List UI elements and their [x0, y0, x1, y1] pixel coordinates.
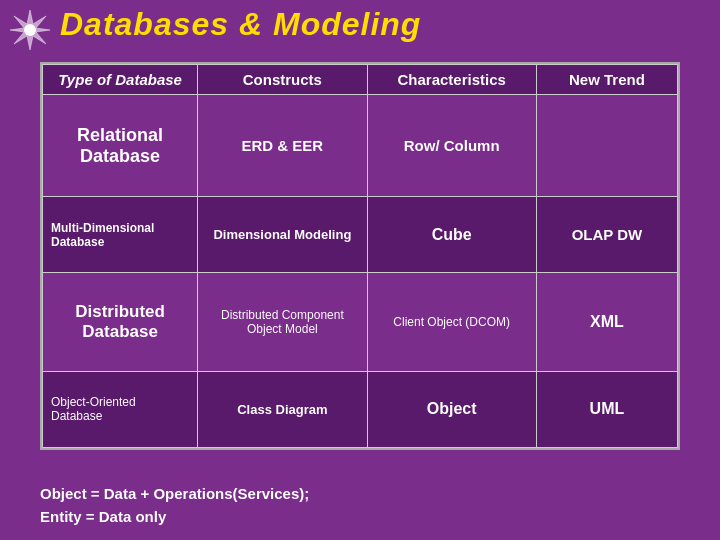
table-row: Distributed Database Distributed Compone… [43, 273, 678, 371]
distributed-trend: XML [536, 273, 677, 371]
star-decoration [8, 8, 52, 52]
multidim-type: Multi-Dimensional Database [43, 197, 198, 273]
header-row: Type of Database Constructs Characterist… [43, 65, 678, 95]
footer-line2: Entity = Data only [40, 506, 680, 529]
title-area: Databases & Modeling [60, 6, 710, 43]
svg-point-1 [24, 24, 36, 36]
page-title: Databases & Modeling [60, 6, 421, 42]
header-characteristics: Characteristics [367, 65, 536, 95]
multidim-characteristics: Cube [367, 197, 536, 273]
table-row: Relational Database ERD & EER Row/ Colum… [43, 95, 678, 197]
oo-characteristics: Object [367, 371, 536, 447]
main-table: Type of Database Constructs Characterist… [42, 64, 678, 448]
distributed-constructs: Distributed Component Object Model [198, 273, 367, 371]
header-trend: New Trend [536, 65, 677, 95]
distributed-type: Distributed Database [43, 273, 198, 371]
multidim-trend: OLAP DW [536, 197, 677, 273]
oo-type: Object-Oriented Database [43, 371, 198, 447]
header-type: Type of Database [43, 65, 198, 95]
relational-constructs: ERD & EER [198, 95, 367, 197]
oo-trend: UML [536, 371, 677, 447]
header-constructs: Constructs [198, 65, 367, 95]
footer-line1: Object = Data + Operations(Services); [40, 483, 680, 506]
distributed-characteristics: Client Object (DCOM) [367, 273, 536, 371]
relational-characteristics: Row/ Column [367, 95, 536, 197]
table-wrapper: Type of Database Constructs Characterist… [40, 62, 680, 450]
oo-constructs: Class Diagram [198, 371, 367, 447]
footer-text: Object = Data + Operations(Services); En… [40, 483, 680, 528]
table-row: Multi-Dimensional Database Dimensional M… [43, 197, 678, 273]
relational-trend [536, 95, 677, 197]
page-container: Databases & Modeling Type of Database Co… [0, 0, 720, 540]
relational-type: Relational Database [43, 95, 198, 197]
table-row: Object-Oriented Database Class Diagram O… [43, 371, 678, 447]
multidim-constructs: Dimensional Modeling [198, 197, 367, 273]
